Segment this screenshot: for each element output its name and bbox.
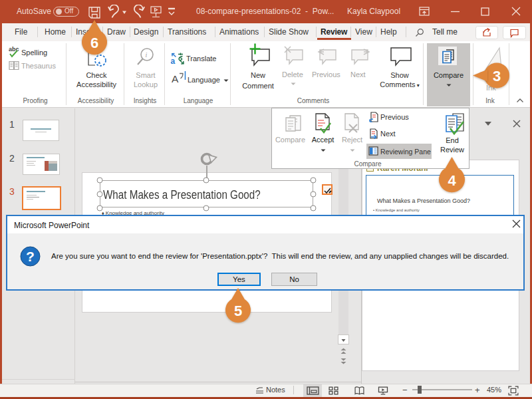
- svg-text:A: A: [172, 73, 179, 84]
- svg-text:i: i: [146, 51, 148, 59]
- svg-text:?: ?: [26, 249, 35, 264]
- svg-text:4: 4: [448, 172, 456, 189]
- svg-text:6: 6: [90, 35, 98, 51]
- svg-text:abc: abc: [9, 46, 19, 53]
- svg-text:3: 3: [493, 68, 501, 84]
- svg-text:5: 5: [234, 303, 242, 319]
- svg-text:a: a: [171, 57, 176, 65]
